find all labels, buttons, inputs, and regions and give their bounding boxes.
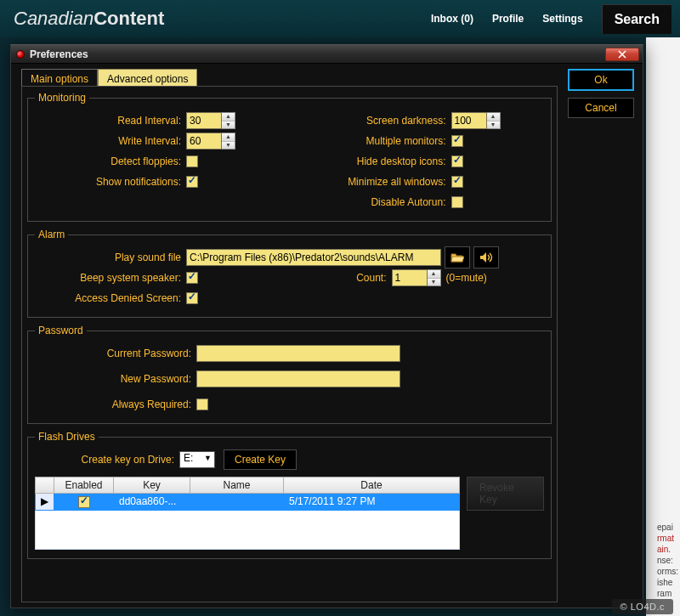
screen-darkness-input[interactable] — [451, 112, 487, 129]
col-key: Key — [114, 478, 190, 494]
screen-darkness-spinner[interactable]: ▲▼ — [487, 112, 501, 129]
count-spinner[interactable]: ▲▼ — [428, 269, 441, 286]
tab-main-options[interactable]: Main options — [21, 69, 98, 88]
show-notifications-label: Show notifications: — [35, 176, 186, 188]
monitoring-group: Monitoring Read Interval: ▲▼ Write Inter… — [27, 92, 552, 222]
nav-profile[interactable]: Profile — [492, 13, 524, 25]
bg-right-panel: epai rmat ain. nse: orms: ishe ram — [646, 37, 680, 616]
multiple-monitors-checkbox[interactable] — [451, 135, 463, 147]
detect-floppies-checkbox[interactable] — [186, 155, 198, 167]
speaker-icon — [479, 251, 493, 263]
access-denied-checkbox[interactable] — [186, 292, 198, 304]
row-enabled-checkbox[interactable] — [78, 496, 90, 508]
play-sound-button[interactable] — [473, 246, 499, 268]
site-logo: CanadianContent — [14, 8, 164, 30]
cancel-button[interactable]: Cancel — [568, 98, 634, 118]
col-enabled: Enabled — [54, 478, 114, 494]
password-legend: Password — [35, 325, 87, 336]
col-date: Date — [284, 478, 460, 494]
flash-drives-group: Flash Drives Create key on Drive: E: Cre… — [27, 431, 552, 559]
new-password-label: New Password: — [35, 373, 196, 385]
disable-autorun-label: Disable Autorun: — [290, 196, 451, 208]
beep-checkbox[interactable] — [186, 272, 198, 284]
detect-floppies-label: Detect floppies: — [35, 155, 186, 167]
password-group: Password Current Password: New Password:… — [27, 325, 552, 424]
screen-darkness-label: Screen darkness: — [290, 115, 451, 127]
nav-settings[interactable]: Settings — [542, 13, 582, 25]
read-interval-spinner[interactable]: ▲▼ — [222, 112, 235, 129]
current-password-input[interactable] — [196, 345, 400, 362]
drive-select[interactable]: E: — [179, 451, 215, 468]
hide-desktop-checkbox[interactable] — [451, 155, 463, 167]
titlebar[interactable]: Preferences — [11, 45, 643, 64]
revoke-key-button: Revoke Key — [467, 477, 544, 511]
row-date: 5/17/2011 9:27 PM — [284, 494, 460, 511]
minimize-all-label: Minimize all windows: — [290, 176, 451, 188]
create-key-button[interactable]: Create Key — [224, 449, 297, 470]
watermark: © LO4D.c — [612, 599, 673, 614]
minimize-all-checkbox[interactable] — [451, 176, 463, 188]
dialog-title: Preferences — [30, 48, 88, 60]
new-password-input[interactable] — [196, 370, 400, 387]
app-icon — [16, 50, 25, 59]
row-selector-icon[interactable]: ▶ — [36, 494, 54, 511]
flash-keys-table[interactable]: Enabled Key Name Date ▶ dd0aa860-... 5/1… — [35, 477, 460, 550]
nav-inbox[interactable]: Inbox (0) — [431, 13, 473, 25]
read-interval-label: Read Interval: — [35, 115, 186, 127]
always-required-label: Always Required: — [35, 398, 196, 410]
folder-open-icon — [450, 251, 464, 263]
multiple-monitors-label: Multiple monitors: — [290, 135, 451, 147]
play-sound-path-input[interactable] — [186, 249, 441, 266]
row-key: dd0aa860-... — [114, 494, 190, 511]
beep-label: Beep system speaker: — [35, 272, 186, 284]
preferences-dialog: Preferences Ok Cancel Main options Advan… — [10, 44, 643, 608]
write-interval-input[interactable] — [186, 133, 222, 150]
close-button[interactable] — [605, 48, 639, 61]
hide-desktop-label: Hide desktop icons: — [290, 155, 451, 167]
ok-button[interactable]: Ok — [568, 69, 634, 91]
read-interval-input[interactable] — [186, 112, 222, 129]
monitoring-legend: Monitoring — [35, 92, 89, 104]
write-interval-spinner[interactable]: ▲▼ — [222, 133, 235, 150]
write-interval-label: Write Interval: — [35, 135, 186, 147]
alarm-legend: Alarm — [35, 229, 68, 240]
access-denied-label: Access Denied Screen: — [35, 292, 186, 304]
current-password-label: Current Password: — [35, 348, 196, 359]
count-label: Count: — [290, 272, 392, 284]
create-key-label: Create key on Drive: — [35, 454, 179, 466]
row-name — [190, 494, 284, 511]
tab-advanced-options[interactable]: Advanced options — [98, 69, 197, 88]
disable-autorun-checkbox[interactable] — [451, 196, 463, 208]
flash-drives-legend: Flash Drives — [35, 431, 99, 443]
alarm-group: Alarm Play sound file — [27, 229, 552, 318]
browse-sound-button[interactable] — [445, 246, 470, 268]
bg-nav: Inbox (0) Profile Settings Search — [431, 4, 672, 34]
col-name: Name — [190, 478, 284, 494]
show-notifications-checkbox[interactable] — [186, 176, 198, 188]
nav-search[interactable]: Search — [602, 4, 672, 34]
play-sound-label: Play sound file — [35, 251, 186, 263]
count-hint: (0=mute) — [446, 272, 487, 284]
always-required-checkbox[interactable] — [196, 398, 208, 410]
table-row[interactable]: ▶ dd0aa860-... 5/17/2011 9:27 PM — [36, 494, 460, 511]
main-options-panel: Monitoring Read Interval: ▲▼ Write Inter… — [21, 86, 558, 602]
close-icon — [618, 50, 626, 59]
count-input[interactable] — [392, 269, 428, 286]
